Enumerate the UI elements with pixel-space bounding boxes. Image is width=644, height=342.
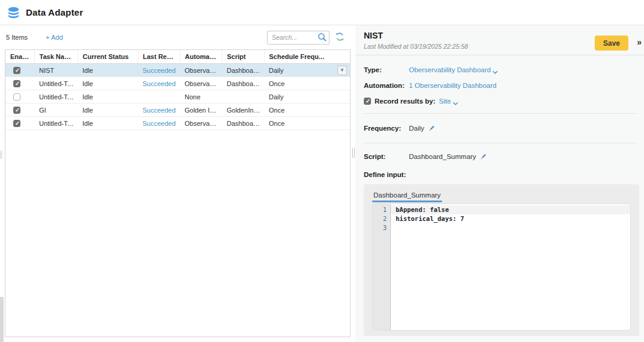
cell-task-name: NIST xyxy=(34,64,78,77)
type-field-row: Type: Oberservability Dashboard xyxy=(364,64,639,76)
database-logo-icon xyxy=(7,7,20,19)
enable-checkbox[interactable] xyxy=(13,120,20,127)
frequency-field-row: Frequency: Daily xyxy=(364,122,639,134)
search-icon[interactable] xyxy=(317,33,327,42)
cell-last-result: Succeeded xyxy=(138,77,180,90)
col-header-task-name[interactable]: Task Name xyxy=(34,50,78,64)
save-button[interactable]: Save xyxy=(595,36,628,51)
splitter-handle-icon xyxy=(352,148,355,158)
script-input-editor: Dashboard_Summary 1 2 3 bAppend: false h… xyxy=(364,184,639,336)
cell-script: Dashboard_Su... xyxy=(222,64,264,77)
page-title: Data Adapter xyxy=(26,7,83,17)
script-label: Script: xyxy=(364,153,409,160)
task-table-container: Enable Task Name Current Status Last Res… xyxy=(5,49,351,337)
frequency-value: Daily xyxy=(409,125,425,132)
line-number: 1 xyxy=(373,205,390,214)
cell-current-status: Idle xyxy=(78,117,138,130)
items-count: 5 Items xyxy=(6,34,28,41)
section-divider xyxy=(364,143,637,143)
edit-frequency-icon[interactable] xyxy=(428,124,436,132)
top-bar: Data Adapter xyxy=(0,0,644,25)
table-row[interactable]: GI Idle Succeeded Golden Intent GoldenIn… xyxy=(5,104,350,117)
enable-checkbox[interactable] xyxy=(13,67,20,74)
record-results-label: Record results by: xyxy=(375,98,435,105)
chevron-down-icon xyxy=(453,99,458,103)
cell-script: GoldenIntent_S... xyxy=(222,104,264,117)
table-row[interactable]: Untitled-Task Idle Succeeded Observabili… xyxy=(5,77,350,90)
cell-last-result: Succeeded xyxy=(138,64,180,77)
code-lines[interactable]: bAppend: false historical_days: 7 xyxy=(391,204,630,330)
cell-automation-type: Observability D... xyxy=(180,117,222,130)
col-header-script[interactable]: Script xyxy=(222,50,264,64)
cell-task-name: Untitled-Task xyxy=(34,77,78,90)
enable-checkbox[interactable] xyxy=(13,80,20,87)
type-dropdown[interactable]: Oberservability Dashboard xyxy=(409,66,498,73)
cell-automation-type: None xyxy=(180,90,222,104)
col-header-current-status[interactable]: Current Status xyxy=(78,50,138,64)
cell-task-name: GI xyxy=(34,104,78,117)
cell-script: Dashboard_Su... xyxy=(222,77,264,90)
cell-current-status: Idle xyxy=(78,90,138,104)
cell-schedule-frequency: Once xyxy=(264,104,350,117)
list-toolbar: 5 Items + Add xyxy=(0,25,352,49)
cell-last-result xyxy=(138,90,180,104)
task-list-panel: 5 Items + Add xyxy=(0,25,352,342)
record-results-row: Record results by: Site xyxy=(364,95,639,107)
data-adapter-app: Data Adapter 5 Items + Add xyxy=(0,0,644,342)
edit-script-icon[interactable] xyxy=(479,152,488,161)
collapse-panel-icon[interactable]: » xyxy=(637,37,641,47)
cell-last-result: Succeeded xyxy=(138,117,180,130)
panel-splitter[interactable] xyxy=(352,25,355,342)
enable-checkbox[interactable] xyxy=(13,93,20,101)
code-line[interactable] xyxy=(391,223,630,232)
cell-script xyxy=(222,90,264,104)
refresh-icon[interactable] xyxy=(334,32,345,43)
automation-label: Automation: xyxy=(364,82,409,89)
cell-current-status: Idle xyxy=(78,104,138,117)
detail-header: NIST Last Modified at 03/19/2025 22:25:5… xyxy=(355,25,644,55)
chevron-down-icon xyxy=(492,68,498,72)
cell-schedule-frequency: Once xyxy=(264,117,350,130)
cell-task-name: Untitled-Task2 xyxy=(34,90,78,104)
table-row[interactable]: NIST Idle Succeeded Observability D... D… xyxy=(5,64,350,77)
cell-current-status: Idle xyxy=(78,64,138,77)
line-number: 3 xyxy=(373,223,390,232)
cell-automation-type: Observability D... xyxy=(180,77,222,90)
col-header-last-result[interactable]: Last Result xyxy=(138,50,180,64)
add-task-button[interactable]: + Add xyxy=(46,34,63,41)
cell-task-name: Untitled-Task3 xyxy=(34,117,78,130)
type-label: Type: xyxy=(364,66,409,73)
record-results-checkbox[interactable] xyxy=(364,98,371,105)
record-by-dropdown[interactable]: Site xyxy=(439,98,458,105)
task-detail-panel: NIST Last Modified at 03/19/2025 22:25:5… xyxy=(355,25,644,342)
script-value: Dashboard_Summary xyxy=(409,153,476,160)
left-edge-scrollbar[interactable] xyxy=(0,297,4,342)
code-line[interactable]: bAppend: false xyxy=(391,205,630,214)
cell-automation-type: Golden Intent xyxy=(180,104,222,117)
define-input-label: Define input: xyxy=(364,171,639,181)
frequency-dropdown-button[interactable]: ▼ xyxy=(337,66,347,75)
automation-link[interactable]: 1 Oberservability Dashboard xyxy=(409,82,497,89)
line-number-gutter: 1 2 3 xyxy=(373,204,391,330)
cell-schedule-frequency: Once xyxy=(264,77,350,90)
line-number: 2 xyxy=(373,214,390,223)
col-header-automation-type[interactable]: Automation Ty... xyxy=(180,50,222,64)
col-header-schedule-frequency[interactable]: Schedule Frequ... xyxy=(264,50,350,64)
cell-last-result: Succeeded xyxy=(138,104,180,117)
script-field-row: Script: Dashboard_Summary xyxy=(364,151,639,163)
panel-collapse-handle[interactable] xyxy=(0,151,2,159)
enable-checkbox[interactable] xyxy=(13,107,20,114)
task-table: Enable Task Name Current Status Last Res… xyxy=(5,50,350,130)
col-header-enable[interactable]: Enable xyxy=(5,50,34,64)
code-editor-area[interactable]: 1 2 3 bAppend: false historical_days: 7 xyxy=(372,204,631,331)
code-line[interactable]: historical_days: 7 xyxy=(391,214,630,223)
cell-schedule-frequency: Daily ▼ xyxy=(264,64,350,77)
cell-schedule-frequency: Daily xyxy=(264,90,350,104)
table-row[interactable]: Untitled-Task2 Idle None Daily xyxy=(5,90,350,104)
editor-tab[interactable]: Dashboard_Summary xyxy=(372,190,442,202)
table-row[interactable]: Untitled-Task3 Idle Succeeded Observabil… xyxy=(5,117,350,130)
cell-automation-type: Observability D... xyxy=(180,64,222,77)
cell-current-status: Idle xyxy=(78,77,138,90)
table-header-row: Enable Task Name Current Status Last Res… xyxy=(5,50,350,64)
automation-field-row: Automation: 1 Oberservability Dashboard xyxy=(364,79,639,92)
